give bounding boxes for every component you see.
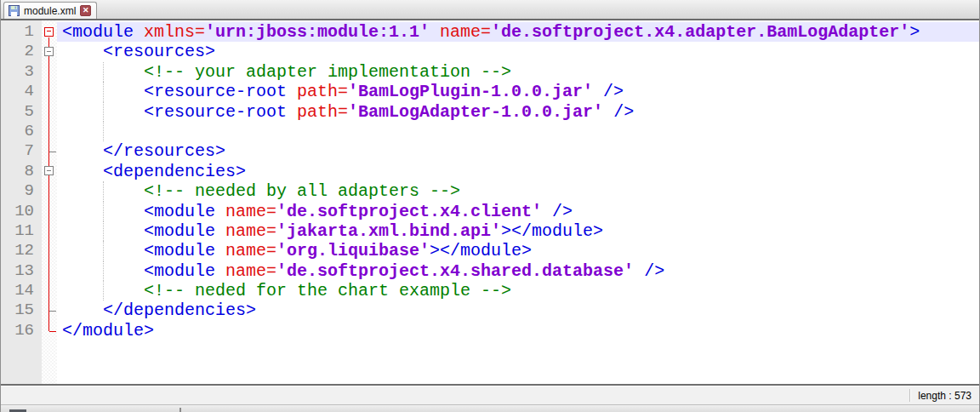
token-tag: />	[593, 82, 624, 101]
line-number[interactable]: 2	[1, 42, 42, 61]
code-text[interactable]: <!-- your adapter implementation -->	[57, 62, 979, 82]
token-tag: <resources>	[62, 42, 215, 61]
token-tag: />	[542, 202, 573, 221]
code-text[interactable]: <!-- needed by all adapters -->	[57, 181, 979, 201]
line-number[interactable]: 16	[1, 321, 42, 340]
token-tag: ></module>	[501, 221, 603, 241]
tab-close-button[interactable]: ✕	[80, 5, 91, 16]
code-text[interactable]: </module>	[57, 321, 979, 340]
code-line-10[interactable]: 10 <module name='de.softproject.x4.clien…	[1, 202, 979, 221]
line-number[interactable]: 12	[1, 241, 42, 260]
token-attr: name=	[225, 261, 276, 281]
token-com: <!-- needed by all adapters -->	[62, 181, 460, 201]
indent-guide	[103, 82, 104, 101]
indent-guide	[103, 261, 104, 281]
code-text[interactable]: <!-- neded for the chart example -->	[57, 281, 979, 300]
close-icon: ✕	[83, 6, 89, 14]
code-line-15[interactable]: 15 </dependencies>	[1, 300, 979, 320]
token-val: 'urn:jboss:module:1.1'	[205, 22, 430, 42]
code-text[interactable]: </resources>	[57, 141, 979, 161]
token-val: 'org.liquibase'	[276, 241, 430, 260]
code-line-1[interactable]: 1<module xmlns='urn:jboss:module:1.1' na…	[1, 22, 979, 42]
token-tag: <module	[62, 22, 144, 42]
token-tag: <module	[62, 202, 225, 221]
token-tag: <module	[62, 261, 225, 281]
token-tag	[430, 22, 440, 42]
code-line-5[interactable]: 5 <resource-root path='BamLogAdapter-1.0…	[1, 102, 979, 122]
fold-guide	[42, 261, 57, 281]
saved-floppy-icon	[9, 5, 20, 16]
indent-guide	[103, 102, 104, 122]
code-line-7[interactable]: 7 </resources>	[1, 141, 979, 161]
line-number[interactable]: 1	[1, 22, 42, 42]
code-line-8[interactable]: 8 <dependencies>	[1, 162, 979, 181]
line-number[interactable]: 9	[1, 181, 42, 201]
indent-guide	[103, 181, 104, 201]
code-editor[interactable]: 1<module xmlns='urn:jboss:module:1.1' na…	[1, 20, 979, 386]
fold-guide	[42, 202, 57, 221]
fold-marker[interactable]	[42, 162, 57, 181]
code-line-14[interactable]: 14 <!-- neded for the chart example -->	[1, 281, 979, 300]
fold-guide	[42, 181, 57, 201]
code-text[interactable]	[57, 122, 979, 141]
line-number[interactable]: 14	[1, 281, 42, 300]
token-attr: xmlns=	[144, 22, 205, 42]
line-number[interactable]: 15	[1, 300, 42, 320]
token-val: 'BamLogAdapter-1.0.0.jar'	[348, 102, 603, 122]
fold-marker[interactable]	[42, 22, 57, 42]
line-number[interactable]: 3	[1, 62, 42, 82]
code-text[interactable]: <module xmlns='urn:jboss:module:1.1' nam…	[57, 22, 979, 42]
token-tag: <resource-root	[62, 82, 297, 101]
token-tag: </resources>	[62, 141, 225, 161]
token-tag: />	[603, 102, 634, 122]
token-attr: name=	[225, 241, 276, 260]
code-text[interactable]: <resource-root path='BamLogAdapter-1.0.0…	[57, 102, 979, 122]
tab-title: module.xml	[24, 5, 76, 17]
token-attr: name=	[225, 202, 276, 221]
token-tag: ></module>	[430, 241, 532, 260]
code-line-4[interactable]: 4 <resource-root path='BamLogPlugin-1.0.…	[1, 82, 979, 101]
token-val: 'de.softproject.x4.shared.database'	[276, 261, 634, 281]
line-number[interactable]: 10	[1, 202, 42, 221]
status-length: length : 573	[910, 390, 979, 402]
line-number[interactable]: 13	[1, 261, 42, 281]
indent-guide	[103, 202, 104, 221]
indent-guide	[103, 62, 104, 82]
status-bar: length : 573	[1, 386, 979, 404]
line-number[interactable]: 5	[1, 102, 42, 122]
line-number[interactable]: 11	[1, 221, 42, 241]
code-line-3[interactable]: 3 <!-- your adapter implementation -->	[1, 62, 979, 82]
token-attr: path=	[297, 102, 348, 122]
code-text[interactable]: <module name='de.softproject.x4.client' …	[57, 202, 979, 221]
editor-window: module.xml ✕ 1<module xmlns='urn:jboss:m…	[0, 0, 980, 412]
fold-guide	[42, 122, 57, 141]
line-number[interactable]: 8	[1, 162, 42, 181]
token-tag: <module	[62, 221, 225, 241]
code-line-11[interactable]: 11 <module name='jakarta.xml.bind.api'><…	[1, 221, 979, 241]
tab-module-xml[interactable]: module.xml ✕	[3, 2, 97, 19]
code-text[interactable]: <module name='org.liquibase'></module>	[57, 241, 979, 260]
line-number[interactable]: 7	[1, 141, 42, 161]
token-val: 'de.softproject.x4.adapter.BamLogAdapter…	[491, 22, 909, 42]
code-line-13[interactable]: 13 <module name='de.softproject.x4.share…	[1, 261, 979, 281]
line-number[interactable]: 6	[1, 122, 42, 141]
code-text[interactable]: <module name='de.softproject.x4.shared.d…	[57, 261, 979, 281]
fold-marker[interactable]	[42, 42, 57, 61]
code-line-16[interactable]: 16</module>	[1, 321, 979, 340]
code-text[interactable]: <dependencies>	[57, 162, 979, 181]
fold-guide	[42, 300, 57, 320]
tab-bar: module.xml ✕	[1, 0, 979, 20]
line-number[interactable]: 4	[1, 82, 42, 101]
code-line-12[interactable]: 12 <module name='org.liquibase'></module…	[1, 241, 979, 260]
code-line-6[interactable]: 6	[1, 122, 979, 141]
token-com: <!-- your adapter implementation -->	[62, 62, 511, 82]
token-tag: <dependencies>	[62, 162, 246, 181]
indent-guide	[103, 281, 104, 300]
code-text[interactable]: <module name='jakarta.xml.bind.api'></mo…	[57, 221, 979, 241]
fold-guide	[42, 241, 57, 260]
code-line-2[interactable]: 2 <resources>	[1, 42, 979, 61]
code-text[interactable]: <resources>	[57, 42, 979, 61]
code-line-9[interactable]: 9 <!-- needed by all adapters -->	[1, 181, 979, 201]
code-text[interactable]: <resource-root path='BamLogPlugin-1.0.0.…	[57, 82, 979, 101]
code-text[interactable]: </dependencies>	[57, 300, 979, 320]
